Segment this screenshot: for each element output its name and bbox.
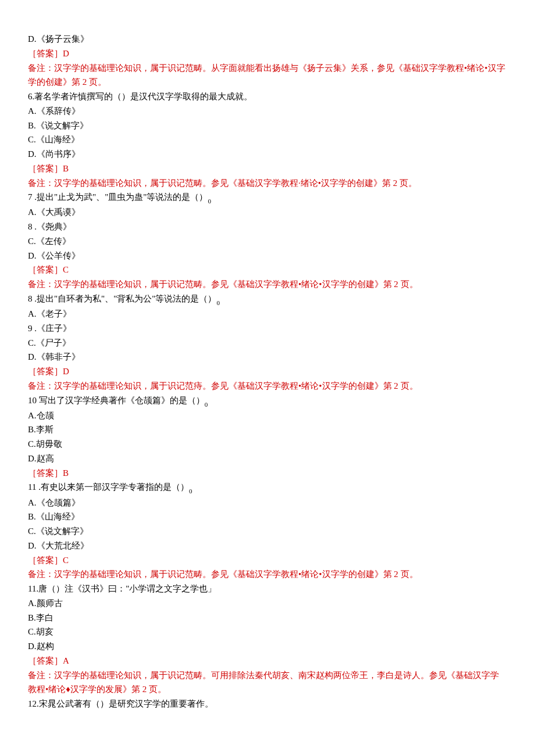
q6-option-d: D.《尚书序》 bbox=[28, 147, 507, 162]
q11b-option-a: A.颜师古 bbox=[28, 596, 507, 611]
q8-answer: ［答案］D bbox=[28, 364, 507, 379]
q7-note: 备注：汉字学的基础理论知识，属于识记范畴。参见《基础汉字学教程•绪论•汉字学的创… bbox=[28, 277, 507, 292]
q11b-option-b: B.李白 bbox=[28, 611, 507, 625]
q7-stem-sub: 0 bbox=[208, 198, 212, 205]
q11a-stem-sub: 0 bbox=[189, 488, 192, 495]
q8-stem-text: 8 .提出"自环者为私"、"背私为公"等说法的是（） bbox=[28, 294, 217, 303]
q11a-answer: ［答案］C bbox=[28, 553, 507, 568]
q11a-option-d: D.《大荒北经》 bbox=[28, 539, 507, 553]
q7-stem: 7 .提出"止戈为武"、"皿虫为蛊"等说法的是（）0 bbox=[28, 190, 507, 205]
q6-stem: 6.著名学者许慎撰写的（）是汉代汉字学取得的最大成就。 bbox=[28, 89, 507, 104]
q5-note: 备注：汉字学的基础理论知识，属于识记范畴。从字面就能看出扬雄与《扬子云集》关系，… bbox=[28, 61, 507, 90]
q11b-option-d: D.赵构 bbox=[28, 639, 507, 654]
q11a-stem: 11 .有史以来第一部汉字学专著指的是（）0 bbox=[28, 480, 507, 495]
q6-option-a: A.《系辞传》 bbox=[28, 104, 507, 119]
q6-option-c: C.《山海经》 bbox=[28, 132, 507, 147]
q8-option-b: 9 .《庄子》 bbox=[28, 321, 507, 336]
q7-option-c: C.《左传》 bbox=[28, 234, 507, 249]
q8-option-c: C.《尸子》 bbox=[28, 336, 507, 350]
q11b-answer: ［答案］A bbox=[28, 654, 507, 668]
q7-option-b: 8 .《尧典》 bbox=[28, 220, 507, 234]
q7-option-d: D.《公羊传》 bbox=[28, 249, 507, 263]
q11b-stem: 11.唐（）注《汉书》曰："小学谓之文字之学也」 bbox=[28, 582, 507, 596]
q5-option-d: D.《扬子云集》 bbox=[28, 32, 507, 46]
q10-stem-text: 10 写出了汉字学经典著作《仓颉篇》的是（） bbox=[28, 396, 205, 405]
q6-note: 备注：汉字学的基础理论知识，属于识记范畴。参见《基础汉字学教程·绪论•汉字学的创… bbox=[28, 176, 507, 191]
q11b-note: 备注：汉字学的基础理论知识，属于识记范畴。可用排除法秦代胡亥、南宋赵构两位帝王，… bbox=[28, 668, 507, 697]
q11a-option-b: B.《山海经》 bbox=[28, 510, 507, 524]
q10-option-a: A.仓颉 bbox=[28, 409, 507, 423]
q10-option-b: B.李斯 bbox=[28, 422, 507, 437]
q10-option-d: D.赵高 bbox=[28, 452, 507, 466]
q11a-option-a: A.《仓颉篇》 bbox=[28, 496, 507, 510]
q5-answer: ［答案］D bbox=[28, 46, 507, 61]
q10-answer: ［答案］B bbox=[28, 466, 507, 481]
q8-stem: 8 .提出"自环者为私"、"背私为公"等说法的是（）0 bbox=[28, 292, 507, 307]
q7-stem-text: 7 .提出"止戈为武"、"皿虫为蛊"等说法的是（） bbox=[28, 192, 208, 202]
q11b-option-c: C.胡亥 bbox=[28, 625, 507, 639]
q10-stem-sub: 0 bbox=[205, 401, 208, 408]
q8-stem-sub: 0 bbox=[217, 299, 220, 306]
q8-option-d: D.《韩非子》 bbox=[28, 350, 507, 364]
q11a-note: 备注：汉字学的基础理论知识，属于识记范畴。参见《基础汉字学教程•绪论•汉字学的创… bbox=[28, 567, 507, 582]
q8-option-a: A.《老子》 bbox=[28, 307, 507, 321]
q7-answer: ［答案］C bbox=[28, 263, 507, 277]
q10-stem: 10 写出了汉字学经典著作《仓颉篇》的是（）0 bbox=[28, 393, 507, 409]
q7-option-a: A.《大禹谟》 bbox=[28, 205, 507, 220]
q11a-option-c: C.《说文解字》 bbox=[28, 524, 507, 539]
q8-note: 备注：汉字学的基础理论知识，属于识记范痔。参见《基础汉字学教程•绪论•汉字学的创… bbox=[28, 379, 507, 393]
q12-stem: 12.宋晁公武著有（）是研究汉字学的重要著作。 bbox=[28, 697, 507, 711]
q6-answer: ［答案］B bbox=[28, 162, 507, 176]
q10-option-c: C.胡毋敬 bbox=[28, 437, 507, 452]
q6-option-b: B.《说文解字》 bbox=[28, 119, 507, 133]
q11a-stem-text: 11 .有史以来第一部汉字学专著指的是（） bbox=[28, 482, 189, 492]
